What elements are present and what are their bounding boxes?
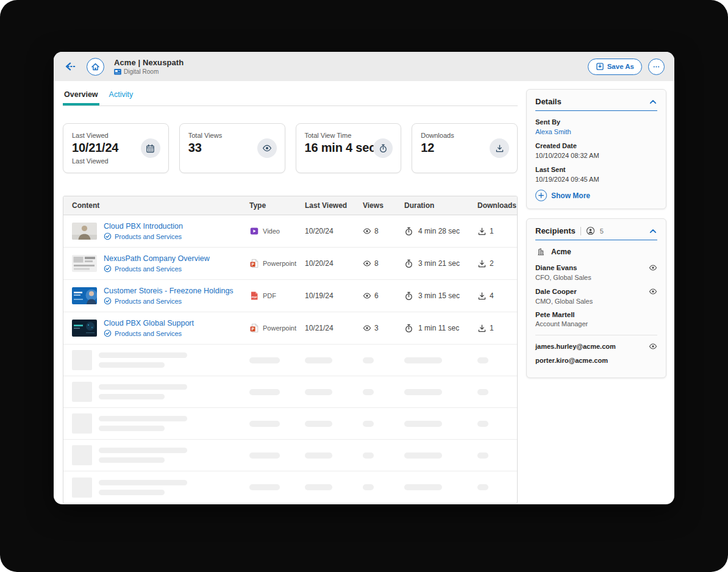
recipient-role: Account Manager xyxy=(535,320,657,327)
content-cell: Cloud PBX IntroductionProducts and Servi… xyxy=(63,222,249,240)
type-cell: PPowerpoint xyxy=(249,323,305,333)
details-field-label: Sent By xyxy=(535,118,657,126)
content-text: NexusPath Company OverviewProducts and S… xyxy=(104,254,210,273)
back-arrow-icon xyxy=(65,62,78,71)
tab-divider xyxy=(63,105,518,106)
download-icon xyxy=(477,324,487,333)
views-count: 3 xyxy=(374,324,379,332)
content-title-link[interactable]: Customer Storeis - Freezone Holdings xyxy=(104,287,234,295)
show-more-button[interactable]: Show More xyxy=(535,190,657,201)
views-count: 6 xyxy=(374,291,379,300)
duration-cell: 1 min 11 sec xyxy=(404,324,477,333)
category-label: Products and Services xyxy=(115,233,182,240)
skeleton-cell xyxy=(404,484,477,490)
viewed-eye-icon xyxy=(649,287,657,296)
recipient-person: Diane EvansCFO, Global Sales xyxy=(535,263,657,281)
timer-icon xyxy=(404,291,413,301)
skeleton-cell xyxy=(404,357,477,363)
skeleton-pill xyxy=(477,421,488,427)
skeleton-pill xyxy=(404,389,442,395)
home-button[interactable] xyxy=(87,58,104,76)
svg-text:PDF: PDF xyxy=(252,296,257,299)
save-icon xyxy=(596,62,604,71)
recipients-count: 5 xyxy=(600,227,604,235)
tab-activity[interactable]: Activity xyxy=(108,90,135,105)
skeleton-pill xyxy=(477,452,488,459)
room-type-label: Digital Room xyxy=(124,68,159,75)
skeleton-pill xyxy=(305,421,332,427)
last-viewed-cell: 10/21/24 xyxy=(305,324,363,332)
content-cell: NexusPath Company OverviewProducts and S… xyxy=(63,254,249,273)
details-panel-title: Details xyxy=(535,97,562,106)
content-title-link[interactable]: Cloud PBX Introduction xyxy=(104,222,183,231)
content-title-link[interactable]: Cloud PBX Global Support xyxy=(104,319,194,327)
pdf-file-icon: PDF xyxy=(249,291,259,301)
skeleton-thumbnail xyxy=(72,445,92,465)
skeleton-pill xyxy=(249,357,280,363)
skeleton-pill xyxy=(477,357,488,363)
stat-icon-circle xyxy=(373,138,393,158)
recipient-person-top: Diane Evans xyxy=(535,263,657,272)
recipient-person-top: Pete Martell xyxy=(535,311,657,318)
content-cell: Customer Storeis - Freezone HoldingsProd… xyxy=(63,287,249,305)
content-thumbnail xyxy=(72,223,97,240)
building-icon xyxy=(537,248,545,256)
skeleton-cell xyxy=(363,484,404,490)
thumb-blue-slide xyxy=(72,287,97,304)
skeleton-row xyxy=(63,471,517,503)
details-field-value: 10/19/2024 09:45 AM xyxy=(535,176,657,183)
views-cell: 3 xyxy=(363,324,404,332)
skeleton-bar xyxy=(99,480,187,485)
skeleton-pill xyxy=(363,452,374,459)
downloads-cell: 2 xyxy=(477,259,517,268)
eye-sm-icon xyxy=(649,342,657,351)
skeleton-cell xyxy=(477,421,517,427)
skeleton-bar xyxy=(99,352,187,358)
skeleton-cell xyxy=(477,484,517,490)
stat-icon-circle xyxy=(257,138,277,158)
skeleton-pill xyxy=(249,452,280,459)
tab-overview[interactable]: Overview xyxy=(63,90,99,105)
thumb-doc xyxy=(72,255,97,272)
skeleton-bar xyxy=(99,362,165,368)
type-label: Powerpoint xyxy=(263,324,296,332)
skeleton-cell xyxy=(363,421,404,427)
recipients-divider xyxy=(580,227,581,235)
skeleton-row xyxy=(63,408,517,440)
details-field-value-link[interactable]: Alexa Smith xyxy=(535,128,657,135)
details-collapse-button[interactable] xyxy=(649,98,657,106)
recipient-company: Acme xyxy=(537,248,657,256)
eye-icon xyxy=(262,143,272,153)
content-title-link[interactable]: NexusPath Company Overview xyxy=(104,254,210,263)
recipient-role: CFO, Global Sales xyxy=(535,274,657,281)
table-header-row: ContentTypeLast ViewedViewsDurationDownl… xyxy=(63,196,517,215)
table-row: Cloud PBX Global SupportProducts and Ser… xyxy=(63,312,517,345)
skeleton-content-cell xyxy=(63,413,249,434)
more-options-button[interactable] xyxy=(648,59,665,75)
recipient-role: CMO, Global Sales xyxy=(535,298,657,305)
recipients-rule xyxy=(535,240,657,240)
download-icon xyxy=(477,291,487,301)
skeleton-pill xyxy=(305,484,332,490)
skeleton-thumbnail xyxy=(72,382,92,402)
app-header: Acme | Nexuspath Digital Room Save As xyxy=(54,52,674,81)
skeleton-row xyxy=(63,376,517,408)
viewed-eye-icon xyxy=(649,263,657,272)
download-icon xyxy=(495,144,504,153)
recipient-email: james.hurley@acme.com xyxy=(535,343,616,350)
check-circle-icon xyxy=(104,297,112,305)
skeleton-content-cell xyxy=(63,350,249,370)
column-header-last-viewed: Last Viewed xyxy=(305,201,363,210)
save-as-button[interactable]: Save As xyxy=(588,59,642,75)
chevron-up-icon xyxy=(649,98,657,106)
back-button[interactable] xyxy=(61,57,82,76)
recipient-person: Pete MartellAccount Manager xyxy=(535,311,657,327)
downloads-count: 4 xyxy=(490,291,494,300)
downloads-count: 2 xyxy=(490,259,494,268)
skeleton-pill xyxy=(363,357,374,363)
stat-card: Total Views33 xyxy=(179,123,285,173)
right-rail: Details Sent ByAlexa SmithCreated Date10… xyxy=(526,89,666,504)
download-icon xyxy=(477,259,487,268)
recipients-collapse-button[interactable] xyxy=(649,227,657,235)
skeleton-thumbnail xyxy=(72,413,92,434)
